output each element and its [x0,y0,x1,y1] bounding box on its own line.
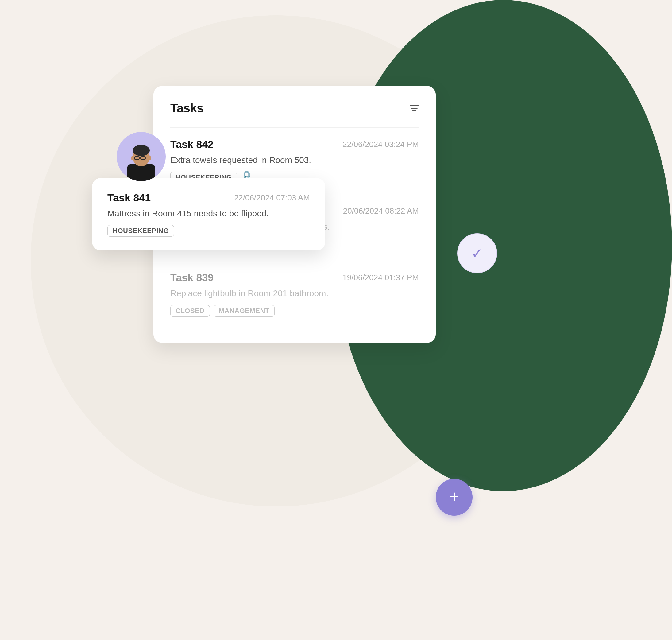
task-841-tag-housekeeping: HOUSEKEEPING [107,225,174,237]
task-840-date: 20/06/2024 08:22 AM [343,205,419,216]
avatar [117,132,166,181]
tasks-header: Tasks [170,101,419,115]
task-839-tag-management: MANAGEMENT [214,305,275,317]
task-839-tags: CLOSED MANAGEMENT [170,305,419,317]
svg-point-6 [131,156,134,160]
task-841-tags: HOUSEKEEPING [107,225,310,237]
task-841-description: Mattress in Room 415 needs to be flipped… [107,207,310,219]
task-839-date: 19/06/2024 01:37 PM [342,272,419,282]
task-842-row: Task 842 22/06/2024 03:24 PM [170,139,419,150]
task-item-839[interactable]: Task 839 19/06/2024 01:37 PM Replace lig… [170,261,419,327]
task-839-description: Replace lightbulb in Room 201 bathroom. [170,287,419,299]
filter-line-1 [410,105,419,106]
plus-icon: + [449,489,459,505]
svg-point-7 [148,156,151,160]
task-839-tag-closed: CLOSED [170,305,210,317]
task-842-description: Extra towels requested in Room 503. [170,154,419,166]
task-841-row: Task 841 22/06/2024 07:03 AM [107,192,310,204]
add-task-button[interactable]: + [436,479,472,516]
task-841-name: Task 841 [107,192,151,204]
task-842-date: 22/06/2024 03:24 PM [342,139,419,149]
check-bubble: ✓ [457,233,497,273]
scene-container: Tasks Task 842 22/06/2024 03:24 PM Extra… [92,61,522,553]
task-842-name: Task 842 [170,139,214,150]
tasks-title: Tasks [170,101,203,115]
check-icon: ✓ [471,245,483,262]
svg-point-2 [133,145,150,156]
filter-button[interactable] [410,105,419,111]
filter-line-3 [412,110,417,111]
filter-line-2 [411,108,418,109]
task-839-name: Task 839 [170,272,214,283]
svg-rect-0 [127,164,155,181]
task-841-date: 22/06/2024 07:03 AM [234,192,310,203]
task-841-card[interactable]: Task 841 22/06/2024 07:03 AM Mattress in… [92,178,325,250]
task-839-row: Task 839 19/06/2024 01:37 PM [170,272,419,283]
